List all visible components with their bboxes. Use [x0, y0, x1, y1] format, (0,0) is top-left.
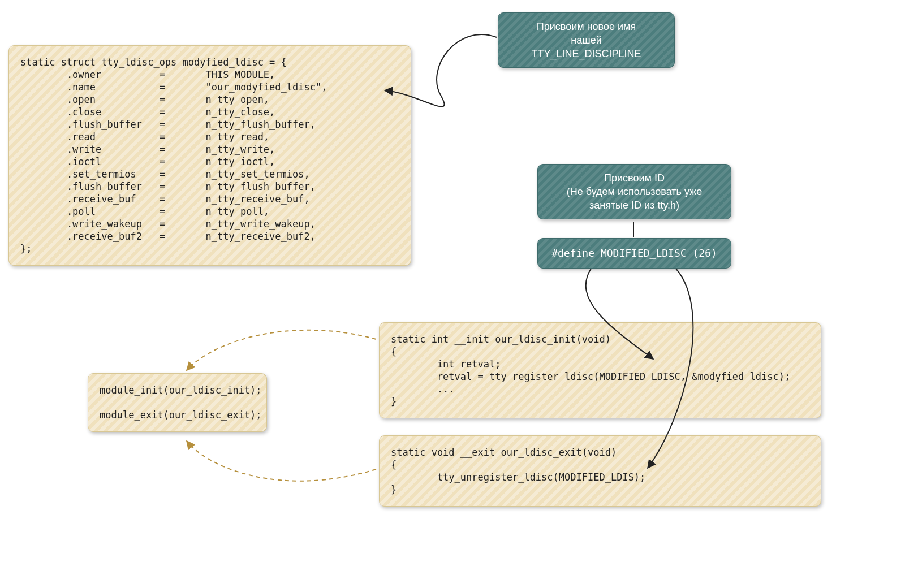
note-assign-name-line2: нашей	[508, 33, 664, 47]
code-struct-text: static struct tty_ldisc_ops modyfied_ldi…	[9, 46, 411, 265]
note-assign-id-line2: (Не будем использовать уже	[548, 185, 721, 198]
note-assign-id-line3: занятые ID из tty.h)	[548, 198, 721, 212]
code-module-macros: module_init(our_ldisc_init); module_exit…	[88, 373, 267, 432]
note-define: #define MODIFIED_LDISC (26)	[537, 238, 731, 269]
note-assign-id: Присвоим ID (Не будем использовать уже з…	[537, 164, 731, 219]
note-assign-name-line3: TTY_LINE_DISCIPLINE	[508, 47, 664, 60]
note-assign-name-line1: Присвоим новое имя	[508, 20, 664, 33]
note-define-text: #define MODIFIED_LDISC (26)	[551, 247, 717, 259]
code-exit: static void __exit our_ldisc_exit(void) …	[379, 435, 821, 507]
code-struct: static struct tty_ldisc_ops modyfied_ldi…	[8, 45, 411, 266]
note-assign-id-line1: Присвоим ID	[548, 171, 721, 185]
code-init-text: static int __init our_ldisc_init(void) {…	[380, 323, 821, 418]
code-init: static int __init our_ldisc_init(void) {…	[379, 322, 821, 418]
code-exit-text: static void __exit our_ldisc_exit(void) …	[380, 436, 821, 506]
arrow-exit-to-macro	[187, 441, 376, 481]
note-assign-name: Присвоим новое имя нашей TTY_LINE_DISCIP…	[498, 12, 675, 68]
code-module-macros-text: module_init(our_ldisc_init); module_exit…	[88, 374, 266, 431]
arrow-init-to-macro	[187, 330, 376, 370]
